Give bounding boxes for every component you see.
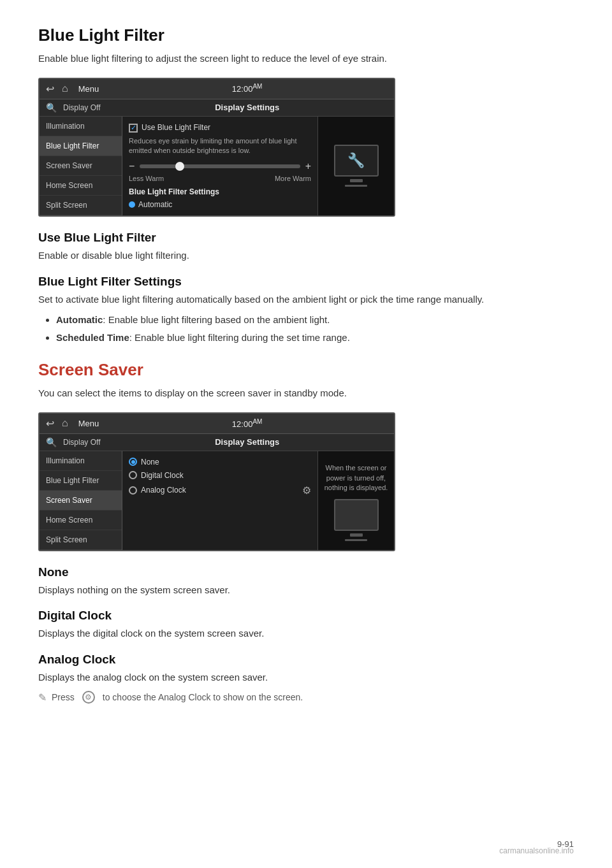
display-settings-label-1: Display Settings (106, 103, 388, 112)
digital-clock-subtitle: Digital Clock (38, 609, 574, 623)
radio-analog[interactable] (129, 486, 137, 495)
panel-body-2: Illumination Blue Light Filter Screen Sa… (40, 451, 394, 550)
note-label-2: to choose the Analog Clock to show on th… (103, 692, 303, 702)
tv-base (345, 185, 367, 187)
search-icon[interactable]: 🔍 (46, 103, 57, 113)
panel-content-2: None Digital Clock Analog Clock ⚙ (122, 451, 317, 550)
blue-light-desc: Reduces eye strain by limiting the amoun… (129, 136, 311, 156)
panel-subbar-1: 🔍 Display Off Display Settings (40, 99, 394, 117)
digital-clock-desc: Displays the digital clock on the system… (38, 626, 574, 641)
gear-icon-note[interactable]: ⚙ (82, 691, 95, 704)
bullet-bold-scheduled: Scheduled Time (56, 332, 129, 343)
screen-saver-title: Screen Saver (38, 360, 574, 380)
slider-labels: Less Warm More Warm (129, 175, 311, 182)
panel-right-image-1: 🔧 (317, 117, 394, 216)
panel-sidebar-1: Illumination Blue Light Filter Screen Sa… (40, 117, 122, 216)
radio-digital[interactable] (129, 471, 137, 479)
radio-none[interactable] (129, 458, 137, 466)
pencil-icon: ✎ (38, 691, 47, 704)
blf-bullets: Automatic: Enable blue light filtering b… (56, 313, 574, 345)
automatic-row: Automatic (129, 200, 311, 209)
use-blue-light-checkbox[interactable] (129, 124, 138, 133)
slider-track[interactable] (140, 164, 300, 168)
automatic-dot (129, 201, 135, 208)
bullet-bold-automatic: Automatic (56, 314, 103, 325)
sidebar-item-splitscreen[interactable]: Split Screen (40, 196, 122, 215)
home-icon[interactable]: ⌂ (62, 83, 68, 94)
analog-clock-subtitle: Analog Clock (38, 653, 574, 667)
blf-settings-subtitle: Blue Light Filter Settings (38, 275, 574, 289)
panel-right-image-2: When the screen or power is turned off, … (317, 451, 394, 550)
time-label-2: 12:00AM (106, 418, 388, 429)
use-blue-light-checkbox-row[interactable]: Use Blue Light Filter (129, 123, 311, 133)
back-icon[interactable]: ↩ (46, 83, 54, 95)
tv-icon-1: 🔧 (334, 145, 379, 177)
menu-label-2: Menu (78, 419, 99, 428)
tv-icon-2 (334, 499, 379, 531)
use-blf-subtitle: Use Blue Light Filter (38, 231, 574, 245)
screen-saver-panel: ↩ ⌂ Menu 12:00AM 🔍 Display Off Display S… (38, 412, 395, 551)
blue-light-filter-intro: Enable blue light filtering to adjust th… (38, 52, 574, 66)
menu-label: Menu (78, 84, 99, 94)
blf-settings-label: Blue Light Filter Settings (129, 187, 311, 196)
note-press-label: Press (52, 692, 75, 702)
panel-content-1: Use Blue Light Filter Reduces eye strain… (122, 117, 317, 216)
slider-thumb (175, 162, 184, 171)
panel-topbar-1: ↩ ⌂ Menu 12:00AM (40, 79, 394, 99)
sidebar-item-homescreen[interactable]: Home Screen (40, 176, 122, 196)
panel-right-note: When the screen or power is turned off, … (318, 459, 394, 496)
display-off-label-2: Display Off (63, 438, 100, 447)
blf-bullet-automatic: Automatic: Enable blue light filtering b… (56, 313, 574, 328)
screen-saver-intro: You can select the items to display on t… (38, 386, 574, 401)
radio-digital-row[interactable]: Digital Clock (129, 471, 311, 480)
panel-body-1: Illumination Blue Light Filter Screen Sa… (40, 117, 394, 216)
use-blf-desc: Enable or disable blue light filtering. (38, 249, 574, 263)
sidebar2-item-illumination[interactable]: Illumination (40, 451, 122, 471)
blf-settings-desc: Set to activate blue light filtering aut… (38, 293, 574, 307)
radio-analog-label: Analog Clock (141, 486, 186, 495)
radio-digital-label: Digital Clock (141, 471, 184, 480)
automatic-label: Automatic (138, 200, 172, 209)
gear-icon-panel[interactable]: ⚙ (302, 484, 311, 496)
sidebar-item-bluelightfilter[interactable]: Blue Light Filter (40, 136, 122, 156)
radio-none-label: None (141, 458, 159, 467)
display-settings-label-2: Display Settings (106, 437, 388, 447)
none-desc: Displays nothing on the system screen sa… (38, 583, 574, 598)
slider-more-warm: More Warm (275, 175, 311, 182)
tv-stand (350, 179, 363, 182)
panel-subbar-2: 🔍 Display Off Display Settings (40, 434, 394, 451)
slider-plus-icon[interactable]: + (305, 161, 311, 172)
sidebar-item-illumination[interactable]: Illumination (40, 117, 122, 136)
bullet-rest-scheduled: : Enable blue light filtering during the… (129, 332, 350, 343)
analog-clock-desc: Displays the analog clock on the system … (38, 670, 574, 685)
page-number: 9-91 (557, 839, 574, 849)
wrench-icon: 🔧 (347, 152, 365, 169)
tv-base-2 (345, 539, 367, 541)
home-icon-2[interactable]: ⌂ (62, 417, 68, 429)
radio-analog-row[interactable]: Analog Clock ⚙ (129, 484, 311, 496)
sidebar2-item-bluelightfilter[interactable]: Blue Light Filter (40, 471, 122, 491)
sidebar2-item-homescreen[interactable]: Home Screen (40, 510, 122, 530)
none-subtitle: None (38, 565, 574, 579)
tv-stand-2 (350, 533, 363, 537)
blue-light-filter-title: Blue Light Filter (38, 25, 574, 45)
time-label: 12:00AM (106, 83, 388, 94)
back-icon-2[interactable]: ↩ (46, 417, 54, 430)
display-off-label-1: Display Off (63, 103, 100, 112)
slider-less-warm: Less Warm (129, 175, 164, 182)
slider-row: − + (129, 161, 311, 172)
panel-sidebar-2: Illumination Blue Light Filter Screen Sa… (40, 451, 122, 550)
analog-note-line: ✎ Press ⚙ to choose the Analog Clock to … (38, 691, 574, 704)
use-blue-light-label: Use Blue Light Filter (142, 123, 210, 132)
blue-light-filter-panel: ↩ ⌂ Menu 12:00AM 🔍 Display Off Display S… (38, 78, 395, 217)
sidebar2-item-splitscreen[interactable]: Split Screen (40, 530, 122, 550)
sidebar2-item-screensaver[interactable]: Screen Saver (40, 491, 122, 510)
slider-minus-icon[interactable]: − (129, 161, 135, 172)
search-icon-2[interactable]: 🔍 (46, 437, 57, 447)
blf-bullet-scheduled: Scheduled Time: Enable blue light filter… (56, 331, 574, 345)
panel-topbar-2: ↩ ⌂ Menu 12:00AM (40, 414, 394, 434)
radio-none-row[interactable]: None (129, 458, 311, 467)
bullet-rest-automatic: : Enable blue light filtering based on t… (103, 314, 330, 325)
sidebar-item-screensaver[interactable]: Screen Saver (40, 156, 122, 176)
